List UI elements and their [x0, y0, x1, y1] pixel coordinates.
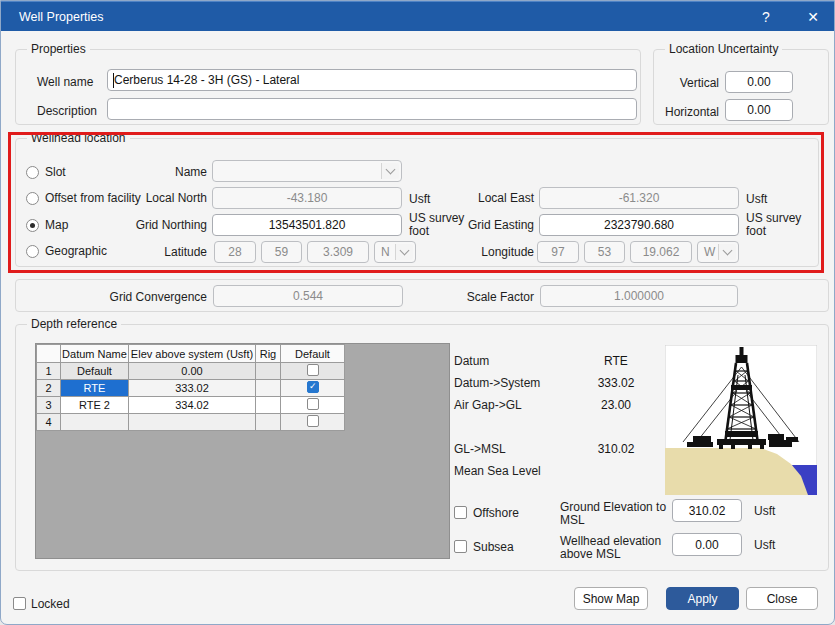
- elev-cell: 0.00: [129, 363, 256, 380]
- ground-elevation-unit: Usft: [754, 504, 775, 518]
- depth-reference-group-label: Depth reference: [27, 317, 121, 331]
- datum-table[interactable]: Datum Name Elev above system (Usft) Rig …: [36, 344, 345, 431]
- locked-checkbox[interactable]: [13, 597, 26, 610]
- slot-radio[interactable]: [26, 166, 39, 179]
- local-east-label: Local East: [336, 191, 534, 205]
- slot-radio-label: Slot: [45, 165, 66, 179]
- longitude-degrees-input: 97: [537, 241, 579, 263]
- map-radio[interactable]: [26, 219, 39, 232]
- ground-elevation-label: Ground Elevation to MSL: [560, 501, 678, 527]
- wellhead-location-group: Wellhead location Slot Offset from facil…: [15, 138, 819, 267]
- subsea-checkbox[interactable]: [454, 540, 467, 553]
- default-checkbox[interactable]: [307, 398, 319, 410]
- dialog-title: Well Properties: [19, 10, 104, 24]
- close-button[interactable]: Close: [746, 587, 818, 610]
- description-label: Description: [37, 104, 97, 118]
- location-uncertainty-group: Location Uncertainty Vertical 0.00 Horiz…: [653, 49, 829, 125]
- grid-northing-label: Grid Northing: [76, 218, 207, 232]
- datum-name-cell: Default: [61, 363, 129, 380]
- datum-name-cell: RTE: [61, 380, 129, 397]
- map-radio-label: Map: [45, 218, 68, 232]
- air-gap-gl-value: 23.00: [571, 398, 661, 412]
- mean-sea-level-label: Mean Sea Level: [454, 464, 541, 478]
- offshore-checkbox[interactable]: [454, 506, 467, 519]
- horizontal-label: Horizontal: [662, 105, 719, 119]
- subsea-label: Subsea: [473, 540, 514, 554]
- apply-button[interactable]: Apply: [666, 587, 739, 610]
- table-row-selected[interactable]: 2 RTE 333.02: [37, 380, 345, 397]
- grid-convergence-panel: Grid Convergence 0.544 Scale Factor 1.00…: [15, 279, 829, 312]
- name-label: Name: [76, 165, 207, 179]
- grid-easting-label: Grid Easting: [336, 218, 534, 232]
- wellhead-elevation-unit: Usft: [754, 538, 775, 552]
- grid-convergence-label: Grid Convergence: [46, 290, 207, 304]
- vertical-label: Vertical: [662, 76, 719, 90]
- gl-msl-label: GL->MSL: [454, 442, 506, 456]
- scale-factor-label: Scale Factor: [396, 290, 534, 304]
- chevron-down-icon[interactable]: [381, 163, 399, 179]
- col-rig: Rig: [256, 345, 281, 363]
- default-checkbox[interactable]: [307, 415, 319, 427]
- latitude-label: Latitude: [76, 245, 207, 259]
- location-uncertainty-group-label: Location Uncertainty: [665, 42, 782, 56]
- rig-cell: [256, 397, 281, 414]
- title-bar: Well Properties ? ✕: [1, 1, 834, 31]
- chevron-down-icon: [718, 244, 736, 260]
- properties-group: Properties Well name Cerberus 14-28 - 3H…: [15, 49, 641, 125]
- wellhead-elevation-label: Wellhead elevation above MSL: [560, 535, 678, 561]
- datum-name-cell: [61, 414, 129, 431]
- col-elev: Elev above system (Usft): [129, 345, 256, 363]
- scale-factor-input: 1.000000: [540, 285, 738, 307]
- grid-easting-input[interactable]: 2323790.680: [539, 214, 739, 236]
- datum-system-label: Datum->System: [454, 376, 540, 390]
- help-icon[interactable]: ?: [756, 9, 776, 25]
- depth-reference-group: Depth reference Datum Name Elev above sy…: [15, 324, 829, 571]
- gl-msl-value: 310.02: [571, 442, 661, 456]
- geographic-radio[interactable]: [26, 245, 39, 258]
- datum-name-cell: RTE 2: [61, 397, 129, 414]
- close-icon[interactable]: ✕: [803, 9, 823, 25]
- grid-easting-unit: US survey foot: [746, 212, 806, 238]
- table-row[interactable]: 3 RTE 2 334.02: [37, 397, 345, 414]
- elev-cell: [129, 414, 256, 431]
- well-name-label: Well name: [37, 75, 93, 89]
- table-row[interactable]: 4: [37, 414, 345, 431]
- air-gap-gl-label: Air Gap->GL: [454, 398, 522, 412]
- table-row[interactable]: 1 Default 0.00: [37, 363, 345, 380]
- latitude-minutes-input: 59: [261, 241, 302, 263]
- default-checkbox[interactable]: [307, 364, 319, 376]
- col-default: Default: [281, 345, 345, 363]
- wellhead-elevation-input[interactable]: 0.00: [672, 533, 742, 556]
- longitude-seconds-input: 19.062: [630, 241, 692, 263]
- table-header-row: Datum Name Elev above system (Usft) Rig …: [37, 345, 345, 363]
- rig-cell: [256, 380, 281, 397]
- locked-label: Locked: [31, 597, 70, 611]
- elev-cell: 334.02: [129, 397, 256, 414]
- vertical-uncertainty-input[interactable]: 0.00: [725, 71, 793, 93]
- longitude-minutes-input: 53: [584, 241, 625, 263]
- datum-system-value: 333.02: [571, 376, 661, 390]
- longitude-label: Longitude: [336, 245, 534, 259]
- default-cell: [281, 414, 345, 431]
- name-combobox[interactable]: [212, 160, 402, 182]
- offshore-label: Offshore: [473, 506, 519, 520]
- longitude-hemisphere-select: W: [697, 241, 739, 263]
- local-east-input: -61.320: [539, 187, 739, 209]
- properties-group-label: Properties: [27, 42, 90, 56]
- text-caret: [113, 73, 114, 88]
- rig-illustration: [665, 345, 817, 495]
- default-checkbox-checked[interactable]: [307, 381, 319, 393]
- show-map-button[interactable]: Show Map: [574, 587, 648, 610]
- default-cell: [281, 380, 345, 397]
- datum-label: Datum: [454, 354, 489, 368]
- rig-cell: [256, 414, 281, 431]
- description-input[interactable]: [107, 98, 637, 120]
- horizontal-uncertainty-input[interactable]: 0.00: [725, 99, 793, 121]
- ground-elevation-input[interactable]: 310.02: [672, 499, 742, 522]
- rig-cell: [256, 363, 281, 380]
- well-name-input[interactable]: Cerberus 14-28 - 3H (GS) - Lateral: [107, 69, 637, 91]
- datum-value: RTE: [571, 354, 661, 368]
- offset-from-facility-radio[interactable]: [26, 192, 39, 205]
- local-north-label: Local North: [76, 191, 207, 205]
- col-datum-name: Datum Name: [61, 345, 129, 363]
